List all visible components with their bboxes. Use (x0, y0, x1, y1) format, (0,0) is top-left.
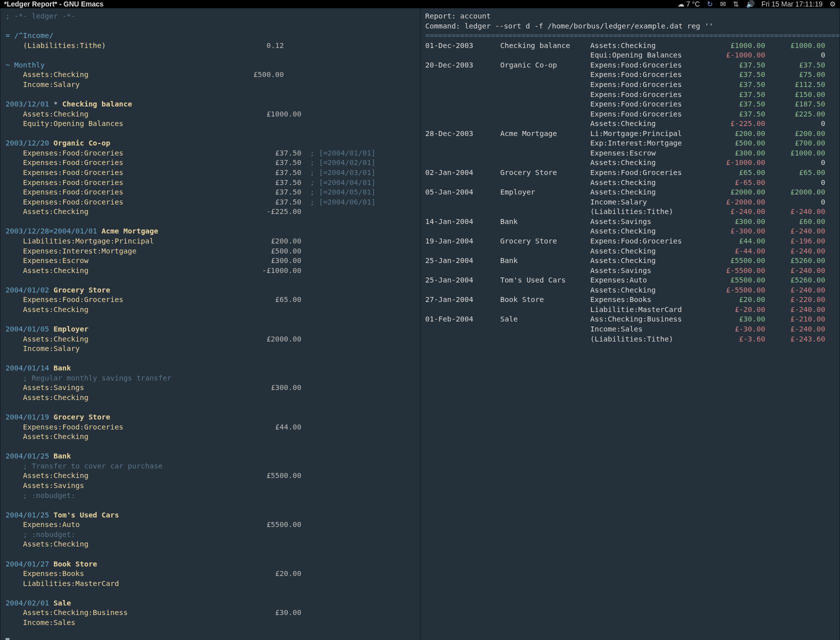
report-row: Expenses:Escrow£300.00£1000.00 (426, 148, 835, 158)
weather-indicator: ☁ 7 °C (678, 0, 700, 8)
report-row: Exp:Interest:Mortgage£500.00£700.00 (426, 138, 835, 148)
report-row: Expens:Food:Groceries£37.50£112.50 (426, 80, 835, 90)
mail-icon[interactable]: ✉ (720, 0, 726, 8)
report-row: 02-Jan-2004Grocery StoreExpens:Food:Groc… (426, 168, 835, 178)
report-row: Expens:Food:Groceries£37.50£225.00 (426, 110, 835, 120)
window-title: *Ledger Report* - GNU Emacs (4, 0, 104, 8)
ledger-source-buffer[interactable]: ; -*- ledger -*- = /^Income/ (Liabilitie… (0, 8, 420, 640)
gear-icon[interactable]: ⚙ (830, 0, 836, 8)
emacs-frame: ; -*- ledger -*- = /^Income/ (Liabilitie… (0, 8, 840, 640)
volume-icon[interactable]: 🔊 (746, 0, 754, 8)
report-row: Assets:Checking£-1000.000 (426, 158, 835, 168)
report-row: Expens:Food:Groceries£37.50£187.50 (426, 100, 835, 110)
refresh-icon[interactable]: ↻ (707, 0, 713, 8)
report-row: 05-Jan-2004EmployerAssets:Checking£2000.… (426, 188, 835, 198)
desktop-topbar: *Ledger Report* - GNU Emacs ☁ 7 °C ↻ ✉ ⇅… (0, 0, 840, 8)
report-row: Assets:Checking£-65.000 (426, 178, 835, 188)
report-row: (Liabilities:Tithe)£-3.60£-243.60 (426, 334, 835, 344)
report-row: Expens:Food:Groceries£37.50£150.00 (426, 90, 835, 100)
report-row: Assets:Savings£-5500.00£-240.00 (426, 266, 835, 276)
system-tray: ☁ 7 °C ↻ ✉ ⇅ 🔊 Fri 15 Mar 17:11:19 ⚙ (678, 0, 836, 8)
report-row: Assets:Checking£-225.000 (426, 119, 835, 129)
report-row: 01-Feb-2004SaleAss:Checking:Business£30.… (426, 314, 835, 324)
report-row: (Liabilities:Tithe)£-240.00£-240.00 (426, 207, 835, 217)
report-row: Assets:Checking£-300.00£-240.00 (426, 226, 835, 236)
report-row: Expens:Food:Groceries£37.50£75.00 (426, 70, 835, 80)
report-row: Assets:Checking£-44.00£-240.00 (426, 246, 835, 256)
report-row: 28-Dec-2003Acme MortgageLi:Mortgage:Prin… (426, 129, 835, 139)
report-row: Liabilitie:MasterCard£-20.00£-240.00 (426, 305, 835, 315)
report-row: 25-Jan-2004BankAssets:Checking£5500.00£5… (426, 256, 835, 266)
report-row: Assets:Checking£-5500.00£-240.00 (426, 286, 835, 296)
report-row: 20-Dec-2003Organic Co-opExpens:Food:Groc… (426, 60, 835, 70)
report-row: 01-Dec-2003Checking balanceAssets:Checki… (426, 41, 835, 51)
report-row: 14-Jan-2004BankAssets:Savings£300.00£60.… (426, 217, 835, 227)
network-icon[interactable]: ⇅ (733, 0, 739, 8)
report-row: Income:Salary£-2000.000 (426, 198, 835, 208)
right-pane: Report: account Command: ledger --sort d… (420, 8, 840, 640)
clock: Fri 15 Mar 17:11:19 (762, 0, 822, 8)
report-row: 25-Jan-2004Tom's Used CarsExpenses:Auto£… (426, 276, 835, 286)
left-pane: ; -*- ledger -*- = /^Income/ (Liabilitie… (0, 8, 420, 640)
report-row: 27-Jan-2004Book StoreExpenses:Books£20.0… (426, 295, 835, 305)
ledger-report-buffer[interactable]: Report: account Command: ledger --sort d… (420, 8, 840, 640)
report-row: Equi:Opening Balances£-1000.000 (426, 50, 835, 60)
report-row: 19-Jan-2004Grocery StoreExpens:Food:Groc… (426, 236, 835, 246)
report-row: Income:Sales£-30.00£-240.00 (426, 324, 835, 334)
